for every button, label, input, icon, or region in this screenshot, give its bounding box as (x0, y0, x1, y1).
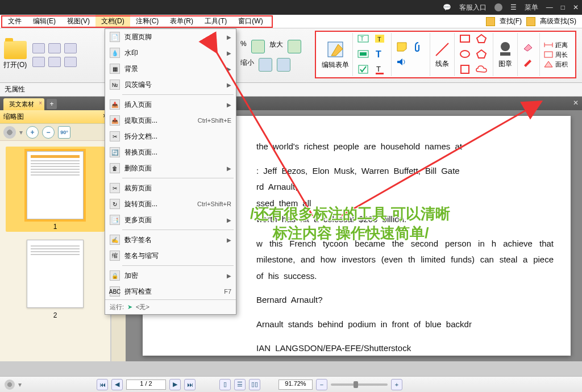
menu-item-icon: 📄 (110, 32, 120, 42)
menu-item[interactable]: 🔒加密▶ (105, 268, 236, 283)
menu-label[interactable]: 菜单 (525, 3, 538, 12)
advanced-find-icon[interactable] (526, 17, 535, 26)
layout-single-icon[interactable]: ▯ (219, 379, 231, 390)
camera-icon[interactable] (64, 57, 77, 67)
eraser-icon[interactable] (521, 40, 535, 53)
rotate-thumb-icon[interactable]: 90° (58, 126, 70, 139)
thumb-1-label: 1 (53, 223, 57, 231)
menu-item[interactable]: 🗑删除页面▶ (105, 160, 236, 176)
menu-comment[interactable]: 注释(C) (130, 15, 165, 28)
menu-item[interactable]: 缩签名与缩写 (105, 248, 236, 264)
cloud-icon[interactable] (475, 63, 488, 76)
button-icon[interactable] (356, 48, 370, 60)
thumbnail-page-2[interactable] (27, 240, 84, 308)
dropdown-arrow-icon[interactable]: ▾ (19, 128, 23, 136)
lines-group[interactable]: 线条 (430, 33, 455, 76)
menu-item[interactable]: 💧水印▶ (105, 45, 236, 61)
menu-item[interactable]: ↻旋转页面...Ctrl+Shift+R (105, 196, 236, 212)
menu-edit[interactable]: 编辑(E) (27, 15, 61, 28)
menu-item-icon: 🔒 (110, 270, 120, 281)
menu-item[interactable]: 📄页眉页脚▶ (105, 29, 236, 45)
text-field-icon[interactable]: T (356, 32, 370, 45)
dropdown-footer[interactable]: 运行: ➤ <无> (105, 299, 236, 314)
menu-item[interactable]: 🔄替换页面... (105, 144, 236, 160)
square-icon[interactable] (458, 63, 472, 76)
tab-close-icon[interactable]: × (39, 100, 42, 106)
menu-item[interactable]: №贝茨编号▶ (105, 77, 236, 93)
svg-marker-13 (477, 35, 486, 43)
status-gear-icon[interactable] (5, 380, 15, 390)
last-page-icon[interactable]: ⏭ (184, 379, 196, 390)
zoom-in-icon[interactable] (251, 40, 265, 53)
status-dropdown-icon[interactable]: ▾ (18, 381, 22, 389)
menu-item[interactable]: ✍数字签名▶ (105, 232, 236, 248)
rectangle-icon[interactable] (458, 32, 472, 45)
zoom-out-status-icon[interactable]: − (316, 379, 327, 390)
stamp-group[interactable]: 图章 (493, 33, 518, 76)
menu-forms[interactable]: 表单(R) (164, 15, 199, 28)
svg-text:T: T (377, 36, 381, 43)
menu-document[interactable]: 文档(D) (95, 15, 130, 28)
advanced-find-label[interactable]: 高级查找(S) (540, 16, 576, 26)
thumbnail-page-1[interactable] (27, 151, 84, 219)
zoom-slider[interactable] (331, 383, 388, 386)
document-tab[interactable]: 英文素材 × (3, 98, 44, 110)
menu-item[interactable]: ABC拼写检查F7 (105, 283, 236, 299)
email-icon[interactable] (48, 43, 61, 53)
zoom-out-thumb-icon[interactable]: − (42, 126, 55, 139)
first-page-icon[interactable]: ⏮ (97, 379, 108, 390)
find-icon[interactable] (486, 17, 495, 26)
menu-file[interactable]: 文件 (2, 15, 27, 28)
print-icon[interactable] (32, 43, 45, 53)
attachment-icon[interactable] (411, 40, 425, 53)
pentagon-icon[interactable] (475, 48, 488, 60)
rotate-icon[interactable] (277, 58, 290, 72)
area-tool[interactable]: 面积 (543, 60, 568, 69)
prev-page-icon[interactable]: ◀ (111, 379, 123, 390)
service-entry[interactable]: 客服入口 (459, 3, 487, 12)
layout-facing-icon[interactable]: ▯▯ (249, 379, 260, 390)
menu-item[interactable]: ✂拆分文档... (105, 128, 236, 144)
zoom-in-thumb-icon[interactable]: + (26, 126, 39, 139)
distance-tool[interactable]: 距离 (543, 41, 568, 49)
menu-tools[interactable]: 工具(T) (199, 15, 232, 28)
fit-icon[interactable] (259, 58, 272, 72)
perimeter-tool[interactable]: 周长 (543, 51, 568, 59)
form-edit-group[interactable]: 编辑表单 (318, 33, 353, 76)
next-page-icon[interactable]: ▶ (169, 379, 181, 390)
save-icon[interactable] (64, 43, 77, 53)
checkbox-icon[interactable] (356, 63, 370, 76)
pencil-icon[interactable] (521, 56, 535, 68)
submenu-arrow-icon: ▶ (227, 273, 231, 279)
polygon-icon[interactable] (475, 32, 488, 45)
menu-item[interactable]: 📥插入页面▶ (105, 97, 236, 112)
page-number-input[interactable]: 1 / 2 (126, 380, 166, 390)
text-tool-icon[interactable]: T (373, 48, 386, 60)
sound-icon[interactable] (395, 56, 409, 68)
ellipse-icon[interactable] (458, 48, 472, 60)
zoom-value-input[interactable]: 91.72% (278, 380, 313, 390)
note-icon[interactable] (395, 40, 409, 53)
zoom-out-icon[interactable] (288, 40, 301, 53)
clipboard-icon[interactable] (48, 57, 61, 67)
menu-item[interactable]: 📑更多页面▶ (105, 212, 236, 228)
minimize-button[interactable]: — (546, 3, 553, 11)
new-tab-button[interactable]: + (47, 99, 57, 109)
menu-window[interactable]: 窗口(W) (232, 15, 268, 28)
scan-icon[interactable] (32, 57, 45, 67)
avatar-icon[interactable] (494, 3, 502, 11)
menu-item[interactable]: 📤提取页面...Ctrl+Shift+E (105, 112, 236, 128)
menu-item[interactable]: ✂裁剪页面 (105, 180, 236, 196)
zoom-in-status-icon[interactable]: + (391, 379, 402, 390)
highlight-icon[interactable]: T (373, 32, 386, 45)
layout-continuous-icon[interactable]: ☰ (234, 379, 246, 390)
text-color-icon[interactable]: T (373, 63, 386, 76)
find-label[interactable]: 查找(F) (500, 16, 522, 26)
menu-view[interactable]: 视图(V) (61, 15, 95, 28)
close-button[interactable]: ✕ (573, 3, 579, 11)
menu-item[interactable]: ▦背景▶ (105, 61, 236, 77)
open-button[interactable]: 打开(O) (3, 41, 27, 70)
maximize-button[interactable]: □ (561, 3, 565, 11)
gear-icon[interactable] (3, 126, 16, 139)
tabbar-close-icon[interactable]: ✕ (573, 99, 579, 107)
